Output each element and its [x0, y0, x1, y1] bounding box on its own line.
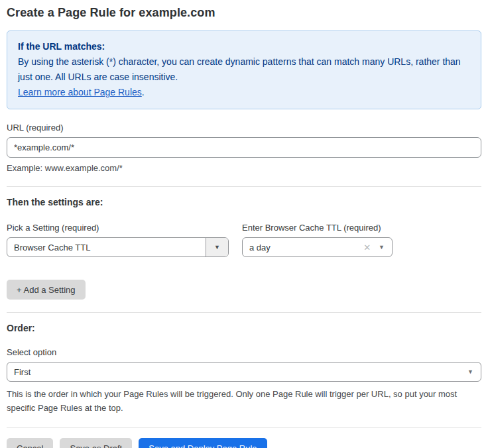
link-suffix: . [142, 87, 145, 97]
save-as-draft-button[interactable]: Save as Draft [60, 438, 132, 448]
footer-actions: Cancel Save as Draft Save and Deploy Pag… [7, 438, 481, 448]
setting-picker-label: Pick a Setting (required) [7, 223, 229, 233]
info-box-link-line: Learn more about Page Rules. [18, 85, 470, 100]
add-setting-row: + Add a Setting [7, 280, 481, 300]
save-and-deploy-button[interactable]: Save and Deploy Page Rule [139, 438, 267, 448]
chevron-down-icon: ▼ [467, 369, 473, 375]
page-title: Create a Page Rule for example.com [7, 6, 481, 20]
url-input[interactable] [7, 137, 481, 158]
order-help-text: This is the order in which your Page Rul… [7, 387, 477, 415]
order-select[interactable]: First ▼ [7, 362, 481, 382]
chevron-down-icon: ▼ [214, 245, 220, 251]
clear-icon[interactable]: ✕ [363, 243, 371, 252]
divider [7, 186, 481, 187]
ttl-picker-label: Enter Browser Cache TTL (required) [242, 223, 393, 233]
settings-row: Pick a Setting (required) Browser Cache … [7, 223, 481, 257]
setting-picker-value: Browser Cache TTL [7, 243, 206, 252]
create-page-rule-panel: Create a Page Rule for example.com If th… [0, 0, 488, 448]
url-help-text: Example: www.example.com/* [7, 162, 481, 174]
setting-picker-column: Pick a Setting (required) Browser Cache … [7, 223, 229, 257]
info-box-body: By using the asterisk (*) character, you… [18, 54, 470, 85]
cancel-button[interactable]: Cancel [7, 438, 53, 448]
chevron-down-icon: ▼ [379, 245, 385, 251]
divider [7, 427, 481, 428]
ttl-picker-select[interactable]: a day ✕ ▼ [242, 237, 393, 257]
divider [7, 312, 481, 313]
order-select-label: Select option [7, 347, 481, 357]
info-box-heading: If the URL matches: [18, 39, 470, 54]
setting-picker-dropdown-button[interactable]: ▼ [206, 238, 228, 256]
add-setting-button[interactable]: + Add a Setting [7, 280, 86, 300]
ttl-picker-column: Enter Browser Cache TTL (required) a day… [242, 223, 393, 257]
order-select-value: First [7, 367, 467, 377]
url-label: URL (required) [7, 123, 481, 133]
learn-more-link[interactable]: Learn more about Page Rules [18, 87, 142, 97]
order-section-heading: Order: [7, 323, 481, 333]
settings-section-heading: Then the settings are: [7, 197, 481, 207]
url-match-info-box: If the URL matches: By using the asteris… [7, 30, 481, 109]
ttl-picker-value: a day [243, 243, 363, 252]
setting-picker-select[interactable]: Browser Cache TTL ▼ [7, 237, 229, 257]
